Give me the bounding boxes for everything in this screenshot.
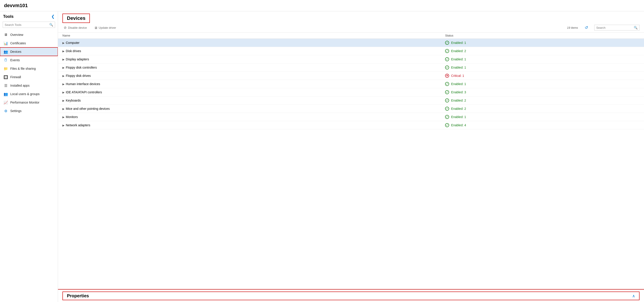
device-name-cell: ▶Human interface devices [58, 80, 441, 88]
disable-device-icon: ⊘ [64, 26, 67, 30]
expand-icon[interactable]: ▶ [62, 124, 64, 127]
sidebar-item-settings[interactable]: ⚙Settings [0, 107, 58, 115]
expand-icon[interactable]: ▶ [62, 83, 64, 86]
expand-icon[interactable]: ▶ [62, 66, 64, 69]
sidebar-item-label-installed-apps: Installed apps [10, 84, 54, 87]
expand-icon[interactable]: ▶ [62, 74, 64, 78]
expand-icon[interactable]: ▶ [62, 50, 64, 53]
enabled-icon: ✓ [445, 82, 449, 86]
status-enabled: ✓ Enabled: 4 [445, 123, 640, 127]
table-row[interactable]: ▶Human interface devices✓ Enabled: 1 [58, 80, 644, 88]
sidebar-item-label-firewall: Firewall [10, 75, 54, 79]
sidebar-search-box[interactable]: 🔍 [3, 22, 55, 28]
local-users-icon: 👥 [4, 92, 8, 96]
sidebar-item-performance[interactable]: 📈Performance Monitor [0, 98, 58, 107]
device-name-cell: ▶Monitors [58, 113, 441, 121]
panel-title: Devices [67, 15, 86, 21]
enabled-icon: ✓ [445, 90, 449, 94]
sidebar-item-local-users[interactable]: 👥Local users & groups [0, 90, 58, 98]
devices-table: Name Status ▶Computer✓ Enabled: 1▶Disk d… [58, 32, 644, 129]
update-driver-button[interactable]: 🖥 Update driver [93, 25, 118, 30]
properties-panel: Properties ∧ [58, 290, 644, 302]
sidebar-collapse-button[interactable]: ❮ [51, 14, 55, 19]
items-count: 19 items [567, 26, 578, 29]
status-enabled: ✓ Enabled: 3 [445, 90, 640, 94]
device-status-cell: ✓ Enabled: 2 [441, 47, 644, 55]
table-row[interactable]: ▶Floppy disk drives✕ Critical: 1 [58, 72, 644, 80]
table-row[interactable]: ▶Disk drives✓ Enabled: 2 [58, 47, 644, 55]
status-enabled: ✓ Enabled: 1 [445, 65, 640, 69]
sidebar-item-certificates[interactable]: 📊Certificates [0, 39, 58, 47]
device-status-cell: ✕ Critical: 1 [441, 72, 644, 80]
expand-icon[interactable]: ▶ [62, 107, 64, 111]
sidebar-item-firewall[interactable]: 🔲Firewall [0, 73, 58, 81]
device-name-cell: ▶Floppy disk drives [58, 72, 441, 80]
sidebar-item-events[interactable]: 🗒Events [0, 56, 58, 64]
table-row[interactable]: ▶Keyboards✓ Enabled: 2 [58, 96, 644, 105]
app-title: devvm101 [0, 0, 644, 11]
device-status-cell: ✓ Enabled: 1 [441, 63, 644, 72]
sidebar-item-devices[interactable]: 👥Devices [0, 47, 58, 56]
properties-collapse-button[interactable]: ∧ [632, 294, 635, 299]
expand-icon[interactable]: ▶ [62, 116, 64, 119]
device-status-cell: ✓ Enabled: 2 [441, 96, 644, 105]
properties-title-box: Properties ∧ [62, 292, 640, 300]
table-row[interactable]: ▶Monitors✓ Enabled: 1 [58, 113, 644, 121]
expand-icon[interactable]: ▶ [62, 91, 64, 94]
devices-search-box[interactable]: 🔍 [594, 25, 640, 30]
enabled-icon: ✓ [445, 49, 449, 53]
table-row[interactable]: ▶IDE ATA/ATAPI controllers✓ Enabled: 3 [58, 88, 644, 96]
sidebar-list: 🖥Overview📊Certificates👥Devices🗒Events📁Fi… [0, 30, 58, 115]
enabled-icon: ✓ [445, 123, 449, 127]
device-name-cell: ▶Disk drives [58, 47, 441, 55]
col-name: Name [58, 32, 441, 39]
events-icon: 🗒 [4, 58, 8, 62]
enabled-icon: ✓ [445, 65, 449, 69]
table-row[interactable]: ▶Computer✓ Enabled: 1 [58, 39, 644, 47]
refresh-button[interactable]: ↺ [585, 25, 588, 30]
header-row: Name Status [58, 32, 644, 39]
sidebar-item-label-files-sharing: Files & file sharing [10, 67, 54, 70]
devices-search-icon: 🔍 [634, 26, 638, 29]
sidebar-item-label-devices: Devices [10, 50, 54, 53]
status-enabled: ✓ Enabled: 1 [445, 57, 640, 61]
devices-search-input[interactable] [596, 26, 634, 29]
update-driver-label: Update driver [99, 26, 116, 29]
table-row[interactable]: ▶Mice and other pointing devices✓ Enable… [58, 105, 644, 113]
sidebar-title: Tools [3, 14, 14, 19]
sidebar-item-files-sharing[interactable]: 📁Files & file sharing [0, 64, 58, 73]
expand-icon[interactable]: ▶ [62, 58, 64, 61]
installed-apps-icon: ☰ [4, 83, 8, 88]
table-row[interactable]: ▶Network adapters✓ Enabled: 4 [58, 121, 644, 129]
table-row[interactable]: ▶Floppy disk controllers✓ Enabled: 1 [58, 63, 644, 72]
device-name-cell: ▶Mice and other pointing devices [58, 105, 441, 113]
firewall-icon: 🔲 [4, 75, 8, 79]
sidebar-search-input[interactable] [5, 23, 49, 26]
update-driver-icon: 🖥 [94, 26, 98, 30]
overview-icon: 🖥 [4, 32, 8, 37]
enabled-icon: ✓ [445, 41, 449, 45]
device-name-cell: ▶Computer [58, 39, 441, 47]
device-name-cell: ▶IDE ATA/ATAPI controllers [58, 88, 441, 96]
disable-device-label: Disable device [68, 26, 87, 29]
settings-icon: ⚙ [4, 109, 8, 113]
device-status-cell: ✓ Enabled: 3 [441, 88, 644, 96]
status-enabled: ✓ Enabled: 1 [445, 115, 640, 119]
properties-title: Properties [67, 293, 89, 299]
sidebar-item-overview[interactable]: 🖥Overview [0, 30, 58, 39]
expand-icon[interactable]: ▶ [62, 99, 64, 102]
sidebar-item-label-overview: Overview [10, 33, 54, 36]
table-row[interactable]: ▶Display adapters✓ Enabled: 1 [58, 55, 644, 63]
enabled-icon: ✓ [445, 107, 449, 111]
status-critical: ✕ Critical: 1 [445, 74, 640, 78]
expand-icon[interactable]: ▶ [62, 41, 64, 44]
status-enabled: ✓ Enabled: 2 [445, 49, 640, 53]
enabled-icon: ✓ [445, 57, 449, 61]
sidebar-item-label-local-users: Local users & groups [10, 92, 54, 96]
disable-device-button[interactable]: ⊘ Disable device [62, 25, 88, 30]
certificates-icon: 📊 [4, 41, 8, 45]
device-status-cell: ✓ Enabled: 1 [441, 39, 644, 47]
sidebar-item-installed-apps[interactable]: ☰Installed apps [0, 81, 58, 90]
device-name-cell: ▶Floppy disk controllers [58, 63, 441, 72]
status-enabled: ✓ Enabled: 1 [445, 41, 640, 45]
